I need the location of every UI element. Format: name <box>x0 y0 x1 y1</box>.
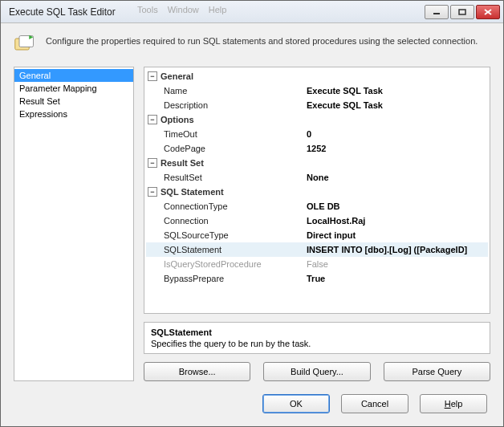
prop-key: SQLSourceType <box>146 230 307 240</box>
collapse-icon[interactable]: − <box>148 115 157 124</box>
minimize-button[interactable] <box>425 5 449 19</box>
prop-row-connection[interactable]: Connection LocalHost.Raj <box>146 214 488 228</box>
button-label: Cancel <box>361 399 388 409</box>
ok-button[interactable]: OK <box>262 394 330 413</box>
prop-key: Name <box>146 86 307 96</box>
footer: OK Cancel Help <box>1 388 503 426</box>
close-button[interactable] <box>476 5 500 19</box>
button-label: OK <box>290 399 303 409</box>
property-help: SQLStatement Specifies the query to be r… <box>144 322 490 354</box>
property-grid[interactable]: − General Name Execute SQL Task Descript… <box>144 67 490 314</box>
button-label: Parse Query <box>412 367 461 376</box>
prop-row-codepage[interactable]: CodePage 1252 <box>146 141 488 156</box>
prop-key: BypassPrepare <box>146 274 307 283</box>
prop-key: ResultSet <box>146 173 307 182</box>
prop-row-name[interactable]: Name Execute SQL Task <box>146 83 488 98</box>
collapse-icon[interactable]: − <box>148 71 157 81</box>
window: Tools Window Help Execute SQL Task Edito… <box>0 0 504 427</box>
prop-value[interactable]: Direct input <box>307 230 488 240</box>
group-label: SQL Statement <box>161 187 224 197</box>
group-general[interactable]: − General <box>146 69 488 83</box>
prop-row-bypassprepare[interactable]: BypassPrepare True <box>146 271 488 286</box>
help-button[interactable]: Help <box>420 394 487 413</box>
group-options[interactable]: − Options <box>146 112 488 127</box>
browse-button[interactable]: Browse... <box>144 362 250 381</box>
nav-item-expressions[interactable]: Expressions <box>14 108 133 120</box>
group-label: General <box>161 71 193 81</box>
prop-value[interactable]: Execute SQL Task <box>307 86 488 96</box>
group-sql-statement[interactable]: − SQL Statement <box>146 185 488 199</box>
header-description: Configure the properties required to run… <box>46 33 478 46</box>
prop-value[interactable]: LocalHost.Raj <box>307 216 488 226</box>
collapse-icon[interactable]: − <box>148 158 157 168</box>
task-icon <box>14 33 36 55</box>
prop-value[interactable]: OLE DB <box>307 201 488 211</box>
titlebar[interactable]: Execute SQL Task Editor <box>1 1 503 23</box>
prop-value[interactable]: 1252 <box>307 144 488 153</box>
prop-row-timeout[interactable]: TimeOut 0 <box>146 127 488 141</box>
nav-panel: General Parameter Mapping Result Set Exp… <box>14 67 134 381</box>
nav-item-general[interactable]: General <box>14 69 133 82</box>
prop-row-description[interactable]: Description Execute SQL Task <box>146 98 488 112</box>
prop-key: SQLStatement <box>146 245 307 254</box>
prop-key: Connection <box>146 216 307 226</box>
maximize-icon <box>458 9 466 15</box>
cancel-button[interactable]: Cancel <box>341 394 408 413</box>
action-buttons: Browse... Build Query... Parse Query <box>144 362 490 381</box>
prop-row-resultset[interactable]: ResultSet None <box>146 170 488 185</box>
button-label: Browse... <box>179 367 216 376</box>
close-icon <box>484 9 492 15</box>
window-title: Execute SQL Task Editor <box>9 6 423 18</box>
group-label: Options <box>161 115 194 124</box>
header: Configure the properties required to run… <box>1 23 503 67</box>
prop-row-sqlsourcetype[interactable]: SQLSourceType Direct input <box>146 228 488 242</box>
button-label: Help <box>445 399 463 409</box>
prop-row-connectiontype[interactable]: ConnectionType OLE DB <box>146 199 488 214</box>
parse-query-button[interactable]: Parse Query <box>384 362 490 381</box>
prop-key: IsQueryStoredProcedure <box>146 259 307 269</box>
prop-key: Description <box>146 100 307 110</box>
prop-row-sqlstatement[interactable]: SQLStatement INSERT INTO [dbo].[Log] ([P… <box>146 242 488 257</box>
maximize-button[interactable] <box>450 5 474 19</box>
right-panel: − General Name Execute SQL Task Descript… <box>144 67 490 381</box>
prop-value: False <box>307 259 488 269</box>
help-text: Specifies the query to be run by the tas… <box>151 339 483 348</box>
prop-key: CodePage <box>146 144 307 153</box>
body: General Parameter Mapping Result Set Exp… <box>1 67 503 388</box>
prop-value[interactable]: None <box>307 173 488 182</box>
prop-value[interactable]: True <box>307 274 488 283</box>
prop-key: TimeOut <box>146 129 307 139</box>
prop-value[interactable]: Execute SQL Task <box>307 100 488 110</box>
build-query-button[interactable]: Build Query... <box>263 362 370 381</box>
nav-item-result-set[interactable]: Result Set <box>14 95 133 108</box>
prop-value[interactable]: INSERT INTO [dbo].[Log] ([PackageID] <box>307 245 488 254</box>
group-result-set[interactable]: − Result Set <box>146 156 488 170</box>
svg-rect-1 <box>459 10 465 14</box>
help-title: SQLStatement <box>151 327 483 337</box>
nav-item-parameter-mapping[interactable]: Parameter Mapping <box>14 82 133 95</box>
prop-value[interactable]: 0 <box>307 129 488 139</box>
minimize-icon <box>433 9 441 15</box>
prop-row-isquerystoredprocedure: IsQueryStoredProcedure False <box>146 257 488 271</box>
button-label: Build Query... <box>291 367 343 376</box>
prop-key: ConnectionType <box>146 201 307 211</box>
group-label: Result Set <box>161 158 204 168</box>
collapse-icon[interactable]: − <box>148 187 157 197</box>
